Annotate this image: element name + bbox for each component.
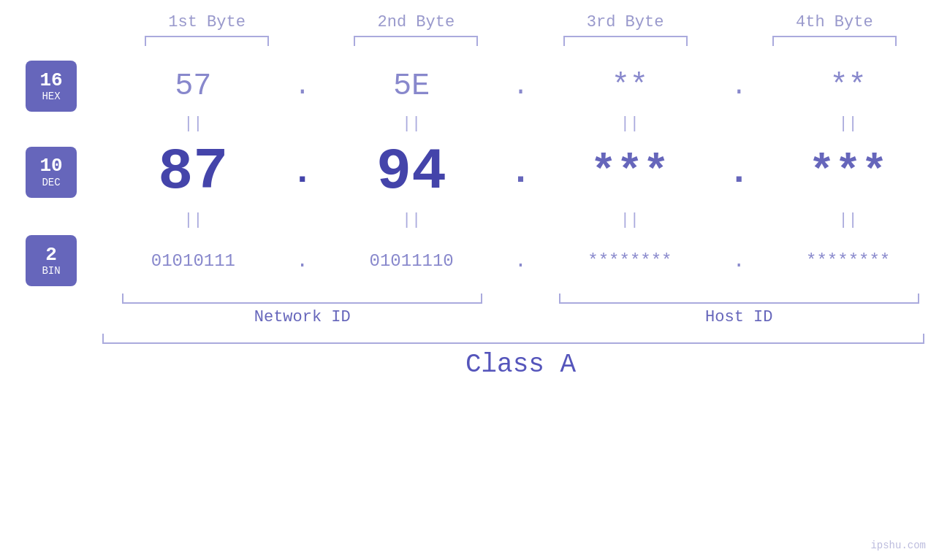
label-gap: [503, 308, 539, 326]
eq1-b3: ||: [539, 115, 721, 133]
bin-byte1: 01010111: [102, 251, 284, 271]
dec-dot2: .: [503, 151, 539, 193]
main-container: 1st Byte 2nd Byte 3rd Byte 4th Byte 16 H…: [0, 0, 939, 560]
big-bracket: [102, 334, 924, 344]
dec-badge: 10 DEC: [26, 147, 77, 198]
eq2-b2: ||: [321, 211, 503, 229]
host-bracket: [559, 294, 919, 304]
bracket-top-1: [145, 36, 269, 46]
eq1-b4-symbol: ||: [838, 115, 857, 133]
bracket-top-3: [563, 36, 688, 46]
eq1-b2-symbol: ||: [402, 115, 421, 133]
byte3-header: 3rd Byte: [521, 13, 730, 31]
dec-byte3: ***: [539, 147, 721, 197]
dec-badge-col: 10 DEC: [0, 139, 102, 205]
eq1-b1: ||: [102, 115, 284, 133]
eq1-b2: ||: [321, 115, 503, 133]
big-bracket-row: [0, 334, 939, 344]
bin-badge-num: 2: [45, 245, 57, 266]
dec-byte1: 87: [102, 139, 284, 205]
eq2-b4-symbol: ||: [838, 211, 857, 229]
eq2-values: || || || ||: [102, 211, 939, 229]
dec-values: 87 . 94 . *** . ***: [102, 139, 939, 205]
dec-dot3: .: [721, 151, 757, 193]
eq1-b1-symbol: ||: [183, 115, 202, 133]
bin-dot1: .: [284, 250, 321, 272]
bin-values: 01010111 . 01011110 . ******** . *******…: [102, 235, 939, 286]
bin-badge: 2 BIN: [26, 235, 77, 286]
hex-values: 57 . 5E . ** . **: [102, 61, 939, 112]
hex-badge-num: 16: [39, 70, 62, 91]
hex-byte1: 57: [102, 69, 284, 104]
eq2-b2-symbol: ||: [402, 211, 421, 229]
network-bracket-container: [102, 294, 503, 304]
id-labels-row: Network ID Host ID: [0, 308, 939, 326]
bin-byte4: ********: [757, 251, 939, 271]
bin-dot2: .: [503, 250, 539, 272]
eq2-b1-symbol: ||: [183, 211, 202, 229]
dec-byte2: 94: [321, 139, 503, 205]
hex-byte2: 5E: [321, 69, 503, 104]
hex-dot2: .: [503, 72, 539, 101]
dec-badge-num: 10: [39, 156, 62, 177]
hex-badge-col: 16 HEX: [0, 61, 102, 112]
equals-row-2: || || || ||: [0, 211, 939, 229]
bracket-top-2: [354, 36, 478, 46]
class-row: Class A: [0, 350, 939, 380]
bin-badge-col: 2 BIN: [0, 235, 102, 286]
bin-byte2: 01011110: [321, 251, 503, 271]
bracket-cell-1: [102, 36, 311, 46]
top-bracket-row: [0, 36, 939, 46]
byte4-header: 4th Byte: [730, 13, 939, 31]
host-id-label: Host ID: [705, 308, 772, 326]
network-bracket: [122, 294, 482, 304]
eq1-b4: ||: [757, 115, 939, 133]
hex-row: 16 HEX 57 . 5E . ** . **: [0, 61, 939, 112]
eq2-b4: ||: [757, 211, 939, 229]
byte1-header: 1st Byte: [102, 13, 311, 31]
bracket-middle-gap: [503, 294, 539, 304]
network-id-label: Network ID: [254, 308, 351, 326]
host-bracket-container: [539, 294, 940, 304]
bin-byte3: ********: [539, 251, 721, 271]
bracket-cell-3: [521, 36, 730, 46]
hex-dot3: .: [721, 72, 757, 101]
eq1-values: || || || ||: [102, 115, 939, 133]
dec-row: 10 DEC 87 . 94 . *** . ***: [0, 139, 939, 205]
eq1-b3-symbol: ||: [620, 115, 639, 133]
bin-badge-label: BIN: [42, 265, 60, 277]
class-label: Class A: [102, 350, 939, 380]
bin-row: 2 BIN 01010111 . 01011110 . ******** .: [0, 235, 939, 286]
hex-byte4: **: [757, 69, 939, 104]
dec-dot1: .: [284, 151, 321, 193]
watermark: ipshu.com: [870, 540, 926, 551]
equals-row-1: || || || ||: [0, 115, 939, 133]
hex-dot1: .: [284, 72, 321, 101]
byte-headers: 1st Byte 2nd Byte 3rd Byte 4th Byte: [0, 13, 939, 31]
byte2-header: 2nd Byte: [311, 13, 520, 31]
bracket-cell-4: [730, 36, 939, 46]
hex-badge-label: HEX: [42, 91, 60, 102]
bracket-cell-2: [311, 36, 520, 46]
dec-byte4: ***: [757, 147, 939, 197]
bottom-bracket-row: [0, 294, 939, 304]
eq2-b1: ||: [102, 211, 284, 229]
network-id-label-container: Network ID: [102, 308, 503, 326]
host-id-label-container: Host ID: [539, 308, 940, 326]
eq2-b3: ||: [539, 211, 721, 229]
hex-byte3: **: [539, 69, 721, 104]
dec-badge-label: DEC: [42, 177, 60, 188]
bracket-top-4: [772, 36, 897, 46]
hex-badge: 16 HEX: [26, 61, 77, 112]
eq2-b3-symbol: ||: [620, 211, 639, 229]
bin-dot3: .: [721, 250, 757, 272]
